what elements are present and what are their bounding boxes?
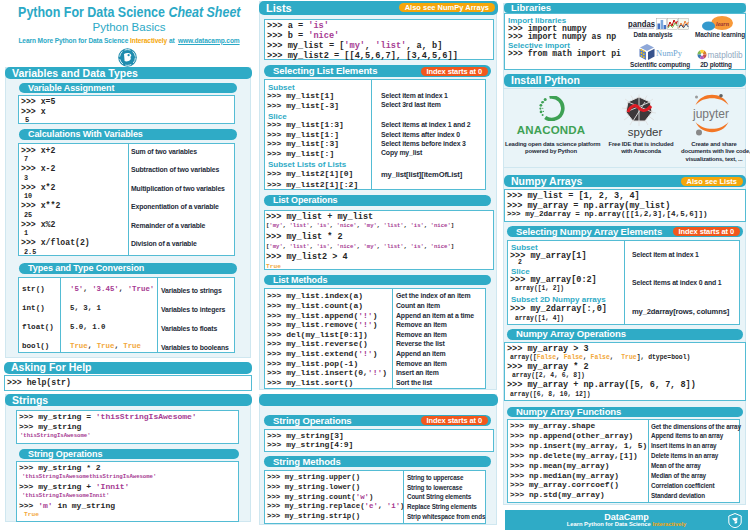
svg-text:pandas: pandas: [628, 18, 655, 29]
svg-text:NumPy: NumPy: [656, 48, 682, 58]
svg-text:matplotlib: matplotlib: [708, 51, 743, 60]
svg-text:learn: learn: [716, 21, 730, 27]
